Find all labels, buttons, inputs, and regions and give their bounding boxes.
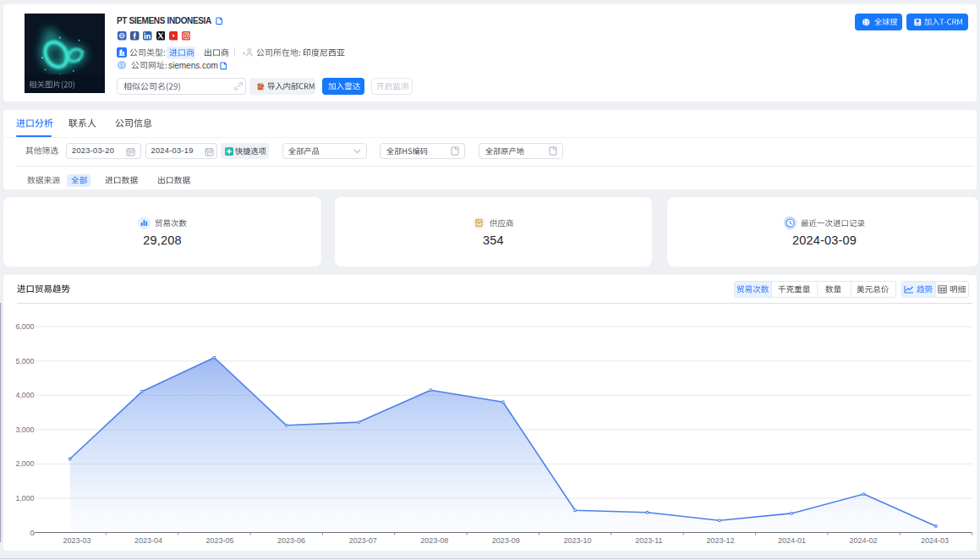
svg-text:2023-04: 2023-04	[134, 536, 162, 545]
svg-text:2023-11: 2023-11	[635, 536, 662, 545]
svg-text:2023-05: 2023-05	[206, 536, 234, 545]
svg-text:2023-07: 2023-07	[349, 536, 377, 545]
svg-text:3,000: 3,000	[15, 425, 34, 434]
svg-text:5,000: 5,000	[15, 357, 34, 365]
svg-text:2023-08: 2023-08	[420, 536, 448, 545]
svg-text:2024-03: 2024-03	[921, 536, 949, 545]
svg-text:2024-02: 2024-02	[849, 536, 877, 545]
svg-text:2023-12: 2023-12	[706, 536, 734, 545]
svg-text:6,000: 6,000	[15, 322, 34, 331]
svg-text:4,000: 4,000	[15, 391, 34, 399]
svg-text:2,000: 2,000	[15, 459, 34, 468]
svg-text:2024-01: 2024-01	[778, 536, 806, 545]
svg-text:2023-09: 2023-09	[492, 536, 520, 545]
svg-text:1,000: 1,000	[15, 494, 34, 502]
svg-text:2023-03: 2023-03	[63, 536, 90, 545]
svg-text:2023-10: 2023-10	[563, 536, 591, 545]
svg-text:2023-06: 2023-06	[277, 536, 305, 545]
